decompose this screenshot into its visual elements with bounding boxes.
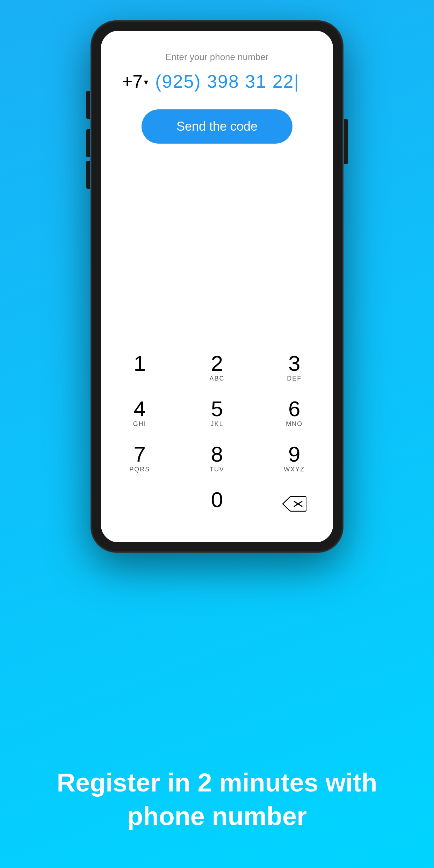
- key-3-number: 3: [288, 353, 300, 374]
- key-7[interactable]: 7 PQRS: [108, 437, 171, 479]
- key-5-letters: JKL: [210, 420, 223, 428]
- country-code-value: +7: [122, 71, 143, 92]
- key-8-letters: TUV: [210, 466, 224, 473]
- key-6-letters: MNO: [286, 420, 303, 428]
- phone-wrapper: Enter your phone number +7 ▾ (925) 398 3…: [91, 21, 343, 552]
- key-3-letters: DEF: [287, 375, 302, 383]
- keypad-row-3: 7 PQRS 8 TUV 9 WXYZ: [101, 437, 333, 479]
- key-8-number: 8: [211, 443, 223, 465]
- key-empty: [108, 483, 171, 525]
- key-9-letters: WXYZ: [284, 466, 305, 473]
- key-2[interactable]: 2 ABC: [186, 347, 248, 389]
- key-9-number: 9: [288, 443, 300, 465]
- key-9[interactable]: 9 WXYZ: [263, 437, 326, 479]
- phone-number-display: (925) 398 31 22|: [155, 71, 299, 92]
- spacer: [101, 158, 333, 343]
- keypad: 1 2 ABC 3 DEF 4 GHI 5: [101, 343, 333, 542]
- phone-number-row: +7 ▾ (925) 398 31 22|: [115, 71, 319, 92]
- input-label: Enter your phone number: [166, 52, 269, 63]
- key-2-letters: ABC: [209, 375, 224, 383]
- key-5[interactable]: 5 JKL: [186, 392, 248, 434]
- key-0-number: 0: [211, 489, 223, 511]
- key-3[interactable]: 3 DEF: [263, 347, 326, 389]
- key-2-number: 2: [211, 353, 223, 374]
- key-4[interactable]: 4 GHI: [108, 392, 171, 434]
- key-7-letters: PQRS: [129, 466, 150, 473]
- key-1-number: 1: [133, 353, 145, 374]
- phone-input-section: Enter your phone number +7 ▾ (925) 398 3…: [101, 31, 333, 158]
- key-0[interactable]: 0: [186, 483, 248, 525]
- country-code-selector[interactable]: +7 ▾: [122, 71, 148, 92]
- send-code-button[interactable]: Send the code: [142, 109, 292, 144]
- key-6-number: 6: [288, 398, 300, 420]
- key-1[interactable]: 1: [108, 347, 171, 389]
- cursor: |: [294, 71, 299, 92]
- chevron-down-icon: ▾: [144, 77, 148, 87]
- key-5-number: 5: [211, 398, 223, 420]
- bottom-text-section: Register in 2 minutes with phone number: [0, 738, 434, 868]
- backspace-icon: [282, 496, 306, 512]
- phone-screen: Enter your phone number +7 ▾ (925) 398 3…: [101, 31, 333, 542]
- key-4-number: 4: [133, 398, 145, 420]
- phone-number-text: (925) 398 31 22: [155, 71, 294, 92]
- key-6[interactable]: 6 MNO: [263, 392, 326, 434]
- key-4-letters: GHI: [133, 420, 146, 428]
- key-8[interactable]: 8 TUV: [186, 437, 248, 479]
- register-text: Register in 2 minutes with phone number: [28, 766, 406, 833]
- key-delete[interactable]: [263, 483, 326, 525]
- keypad-row-1: 1 2 ABC 3 DEF: [101, 347, 333, 389]
- keypad-row-2: 4 GHI 5 JKL 6 MNO: [101, 392, 333, 434]
- keypad-row-4: 0: [101, 483, 333, 525]
- key-7-number: 7: [133, 443, 145, 465]
